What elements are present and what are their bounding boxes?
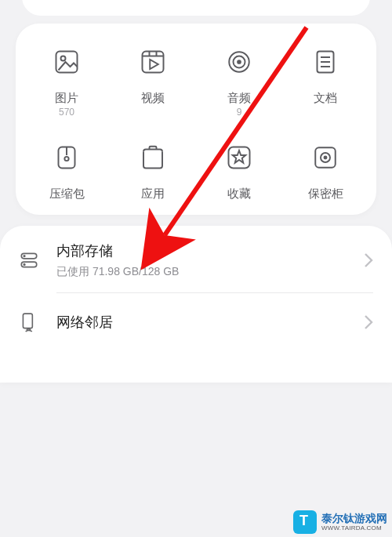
internal-storage-text: 内部存储 已使用 71.98 GB/128 GB bbox=[56, 241, 364, 279]
category-documents[interactable]: 文档 bbox=[282, 41, 368, 118]
watermark-line1: 泰尔钛游戏网 bbox=[321, 513, 387, 524]
audio-icon bbox=[218, 41, 260, 83]
videos-icon bbox=[132, 41, 174, 83]
svg-point-15 bbox=[64, 157, 68, 161]
favorites-icon bbox=[218, 136, 260, 179]
svg-point-23 bbox=[24, 264, 25, 266]
internal-storage-row[interactable]: 内部存储 已使用 71.98 GB/128 GB bbox=[0, 227, 392, 293]
network-icon bbox=[19, 312, 39, 332]
category-label: 收藏 bbox=[227, 187, 251, 201]
category-label: 应用 bbox=[141, 187, 165, 201]
safebox-icon bbox=[304, 136, 347, 179]
pictures-icon bbox=[45, 41, 88, 83]
svg-point-1 bbox=[61, 56, 66, 61]
category-count: 9 bbox=[237, 107, 242, 118]
svg-point-8 bbox=[238, 60, 241, 63]
category-label: 图片 bbox=[55, 91, 78, 105]
network-neighbor-title: 网络邻居 bbox=[56, 313, 364, 332]
search-bar[interactable] bbox=[22, 0, 370, 16]
category-apps[interactable]: 应用 bbox=[110, 136, 196, 201]
watermark: 泰尔钛游戏网 WWW.TAIRDA.COM bbox=[293, 510, 387, 534]
documents-icon bbox=[304, 41, 347, 83]
category-count: 570 bbox=[59, 107, 74, 118]
apps-icon bbox=[132, 136, 174, 179]
category-favorites[interactable]: 收藏 bbox=[196, 136, 282, 201]
svg-point-22 bbox=[24, 256, 25, 257]
storage-panel: 内部存储 已使用 71.98 GB/128 GB 网络邻居 bbox=[0, 226, 392, 383]
category-label: 压缩包 bbox=[49, 187, 85, 201]
chevron-right-icon bbox=[364, 314, 373, 330]
category-card: 图片 570 视频 bbox=[16, 24, 376, 215]
svg-rect-24 bbox=[23, 314, 32, 328]
category-label: 保密柜 bbox=[308, 187, 343, 201]
category-label: 视频 bbox=[141, 91, 165, 105]
chevron-right-icon bbox=[364, 252, 373, 268]
category-label: 文档 bbox=[314, 91, 337, 105]
watermark-line2: WWW.TAIRDA.COM bbox=[321, 525, 387, 532]
category-archives[interactable]: 压缩包 bbox=[24, 136, 110, 201]
category-grid: 图片 570 视频 bbox=[24, 41, 368, 201]
internal-storage-subtitle: 已使用 71.98 GB/128 GB bbox=[56, 265, 364, 279]
category-safebox[interactable]: 保密柜 bbox=[282, 136, 368, 201]
category-pictures[interactable]: 图片 570 bbox=[24, 41, 110, 118]
archives-icon bbox=[45, 136, 88, 179]
storage-icon bbox=[19, 250, 39, 270]
network-neighbor-row[interactable]: 网络邻居 bbox=[0, 293, 392, 351]
svg-point-19 bbox=[325, 157, 327, 159]
network-neighbor-text: 网络邻居 bbox=[56, 313, 364, 332]
file-manager-screen: 图片 570 视频 bbox=[0, 0, 392, 383]
internal-storage-title: 内部存储 bbox=[56, 241, 364, 260]
category-label: 音频 bbox=[227, 91, 251, 105]
category-audio[interactable]: 音频 9 bbox=[196, 41, 282, 118]
watermark-badge-icon bbox=[293, 510, 317, 534]
category-videos[interactable]: 视频 bbox=[110, 41, 196, 118]
